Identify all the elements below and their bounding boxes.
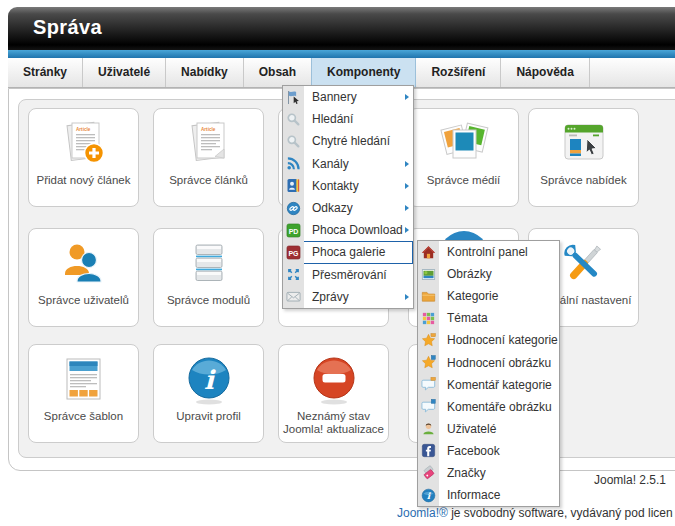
dropdown-item-bannery[interactable]: Bannery xyxy=(283,86,413,108)
menu-item-stranky[interactable]: Stránky xyxy=(8,58,83,87)
tag-icon xyxy=(421,465,436,480)
messages-icon xyxy=(286,289,301,304)
phoca-download-icon: PD xyxy=(286,223,301,238)
submenu-arrow-icon xyxy=(405,294,409,300)
svg-text:Article: Article xyxy=(201,127,216,132)
dropdown-item-chytre-hledani[interactable]: Chytré hledání xyxy=(283,130,413,152)
image-icon xyxy=(421,267,436,282)
dropdown-item-odkazy[interactable]: Odkazy xyxy=(283,197,413,219)
admin-header-bar: Správa xyxy=(8,7,675,50)
submenu-item-hodnoceni-obrazku[interactable]: Hodnocení obrázku xyxy=(418,351,559,373)
submenu-item-kategorie[interactable]: Kategorie xyxy=(418,285,559,307)
templates-icon xyxy=(57,353,111,407)
license-line: Joomla!® je svobodný software, vydávaný … xyxy=(397,506,673,520)
tile-label: Správce modulů xyxy=(154,294,263,307)
submenu-arrow-icon xyxy=(405,94,409,100)
tile-spravce-clanku[interactable]: Article Správce článků xyxy=(153,108,264,207)
submenu-item-obrazky[interactable]: Obrázky xyxy=(418,263,559,285)
tile-label: Správce nabídek xyxy=(529,174,638,187)
submenu-item-kontrolni-panel[interactable]: Kontrolní panel xyxy=(418,241,559,263)
tile-spravce-nabidek[interactable]: Správce nabídek xyxy=(528,108,639,207)
tile-label: Přidat nový článek xyxy=(29,174,138,187)
search-icon xyxy=(286,112,301,127)
submenu-item-komentare-obrazku[interactable]: Komentáře obrázku xyxy=(418,396,559,418)
star-category-icon xyxy=(421,333,436,348)
submenu-item-uzivatele[interactable]: Uživatelé xyxy=(418,418,559,440)
joomla-version-label: Joomla! 2.5.1 xyxy=(594,473,666,487)
svg-text:PG: PG xyxy=(288,250,299,257)
header-blue-strip xyxy=(8,50,675,58)
update-unknown-icon xyxy=(307,353,361,407)
config-icon xyxy=(557,237,611,291)
facebook-icon xyxy=(421,443,436,458)
license-text: je svobodný software, vydávaný pod licen xyxy=(448,506,673,520)
submenu-arrow-icon xyxy=(405,161,409,167)
users-icon xyxy=(57,237,111,291)
submenu-arrow-icon xyxy=(405,183,409,189)
links-icon xyxy=(286,201,301,216)
submenu-arrow-icon xyxy=(405,205,409,211)
tile-spravce-modulu[interactable]: Správce modulů xyxy=(153,228,264,327)
star-image-icon xyxy=(421,355,436,370)
submenu-item-temata[interactable]: Témata xyxy=(418,307,559,329)
tile-label: Správce článků xyxy=(154,174,263,187)
submenu-item-komentar-kategorie[interactable]: Komentář kategorie xyxy=(418,374,559,396)
menu-item-rozsireni[interactable]: Rozšíření xyxy=(416,58,501,87)
tile-upravit-profil[interactable]: i Upravit profil xyxy=(153,344,264,443)
submenu-arrow-icon xyxy=(405,227,409,233)
menus-icon xyxy=(557,117,611,171)
tile-label: Správce šablon xyxy=(29,410,138,423)
info-icon: i xyxy=(421,488,436,503)
menu-item-nabidky[interactable]: Nabídky xyxy=(166,58,244,87)
svg-text:PD: PD xyxy=(289,227,299,234)
folder-icon xyxy=(421,289,436,304)
main-menubar: Stránky Uživatelé Nabídky Obsah Komponen… xyxy=(8,58,675,88)
tile-label: Správce uživatelů xyxy=(29,294,138,307)
menu-item-uzivatele[interactable]: Uživatelé xyxy=(83,58,166,87)
tile-spravce-sablon[interactable]: Správce šablon xyxy=(28,344,139,443)
submenu-item-informace[interactable]: i Informace xyxy=(418,484,559,506)
profile-info-icon: i xyxy=(182,353,236,407)
dropdown-item-presmerovani[interactable]: Přesměrování xyxy=(283,264,413,286)
article-icon: Article xyxy=(182,117,236,171)
submenu-item-znacky[interactable]: Značky xyxy=(418,462,559,484)
home-icon xyxy=(421,245,436,260)
submenu-item-facebook[interactable]: Facebook xyxy=(418,440,559,462)
menu-item-komponenty[interactable]: Komponenty xyxy=(311,58,416,87)
comment-image-icon xyxy=(421,399,436,414)
article-add-icon: Article xyxy=(57,117,111,171)
submenu-item-hodnoceni-kategorie[interactable]: Hodnocení kategorie xyxy=(418,329,559,351)
tile-label: Neznámý stav Joomla! aktualizace xyxy=(279,410,388,436)
comment-category-icon xyxy=(421,377,436,392)
modules-icon xyxy=(182,237,236,291)
tile-pridat-novy-clanek[interactable]: Article Přidat nový článek xyxy=(28,108,139,207)
search-icon xyxy=(286,134,301,149)
user-icon xyxy=(421,421,436,436)
tile-label: Upravit profil xyxy=(154,410,263,423)
tile-spravce-medii[interactable]: Správce médií xyxy=(408,108,519,207)
dropdown-item-phoca-download[interactable]: PD Phoca Download xyxy=(283,219,413,241)
dropdown-item-hledani[interactable]: Hledání xyxy=(283,108,413,130)
feed-icon xyxy=(286,156,301,171)
dropdown-item-zpravy[interactable]: Zprávy xyxy=(283,286,413,308)
tile-label: Správce médií xyxy=(409,174,518,187)
joomla-license-link[interactable]: Joomla!® xyxy=(397,506,448,520)
menu-item-obsah[interactable]: Obsah xyxy=(244,58,312,87)
phoca-gallery-icon: PG xyxy=(286,245,301,260)
banners-icon xyxy=(286,90,301,105)
tile-neznamy-stav-aktualizace[interactable]: Neznámý stav Joomla! aktualizace xyxy=(278,344,389,443)
dropdown-item-kanaly[interactable]: Kanály xyxy=(283,153,413,175)
joomla-admin-window: Správa Stránky Uživatelé Nabídky Obsah K… xyxy=(0,0,675,526)
dropdown-item-kontakty[interactable]: Kontakty xyxy=(283,175,413,197)
phoca-galerie-submenu: Kontrolní panel Obrázky Kategorie Témata… xyxy=(417,240,560,507)
svg-text:Article: Article xyxy=(76,127,91,132)
media-icon xyxy=(437,117,491,171)
dropdown-item-phoca-galerie[interactable]: PG Phoca galerie xyxy=(283,241,413,263)
page-title: Správa xyxy=(33,16,102,39)
redirect-icon xyxy=(286,267,301,282)
menu-item-napoveda[interactable]: Nápověda xyxy=(501,58,589,87)
tile-spravce-uzivatelu[interactable]: Správce uživatelů xyxy=(28,228,139,327)
komponenty-dropdown: Bannery Hledání Chytré hledání Kanály Ko… xyxy=(282,85,414,309)
contacts-icon xyxy=(286,178,301,193)
themes-grid-icon xyxy=(421,311,436,326)
